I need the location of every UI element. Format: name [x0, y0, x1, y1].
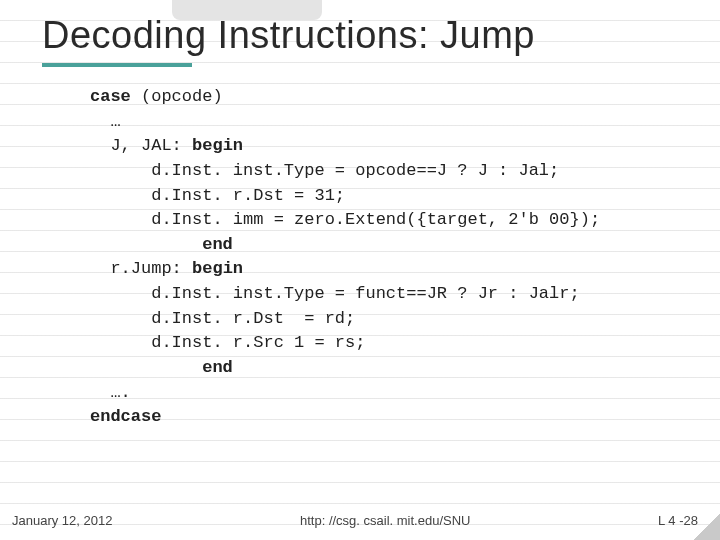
kw-begin-1: begin [192, 136, 243, 155]
code-line-11: d.Inst. r.Src 1 = rs; [90, 333, 365, 352]
code-line-6: d.Inst. imm = zero.Extend({target, 2'b 0… [90, 210, 600, 229]
footer-url: http: //csg. csail. mit.edu/SNU [300, 513, 471, 528]
code-line-9: d.Inst. inst.Type = funct==JR ? Jr : Jal… [90, 284, 580, 303]
code-line-13: …. [90, 383, 131, 402]
footer-date: January 12, 2012 [12, 513, 112, 528]
code-line-1b: (opcode) [131, 87, 223, 106]
kw-case: case [90, 87, 131, 106]
code-line-8a: r.Jump: [90, 259, 192, 278]
slide-footer: January 12, 2012 http: //csg. csail. mit… [0, 513, 720, 528]
code-line-3a: J, JAL: [90, 136, 192, 155]
code-line-2: … [90, 112, 121, 131]
code-block: case (opcode) … J, JAL: begin d.Inst. in… [0, 85, 720, 430]
code-line-5: d.Inst. r.Dst = 31; [90, 186, 345, 205]
code-line-10: d.Inst. r.Dst = rd; [90, 309, 355, 328]
slide-title: Decoding Instructions: Jump [0, 0, 720, 63]
kw-end-2: end [90, 358, 233, 377]
slide-content: Decoding Instructions: Jump case (opcode… [0, 0, 720, 430]
code-line-4: d.Inst. inst.Type = opcode==J ? J : Jal; [90, 161, 559, 180]
title-underline [42, 63, 192, 67]
kw-end-1: end [90, 235, 233, 254]
kw-begin-2: begin [192, 259, 243, 278]
kw-endcase: endcase [90, 407, 161, 426]
page-curl-icon [694, 514, 720, 540]
footer-page: L 4 -28 [658, 513, 698, 528]
